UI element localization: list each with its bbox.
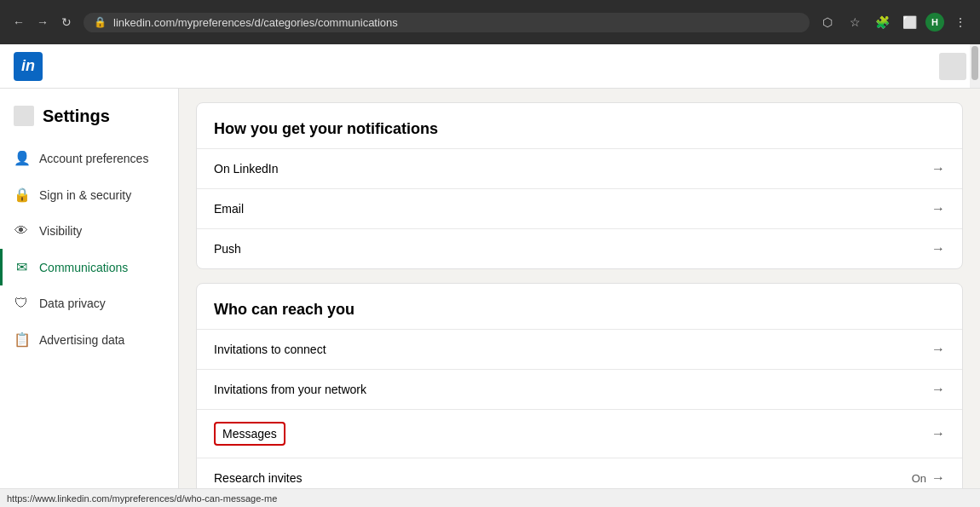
messages-item[interactable]: Messages → xyxy=(197,409,962,458)
invitations-network-right: → xyxy=(931,382,945,397)
messages-arrow: → xyxy=(931,426,945,441)
cast-button[interactable]: ⬡ xyxy=(816,11,839,33)
messages-left: Messages xyxy=(214,422,285,446)
clipboard-icon: 📋 xyxy=(14,331,29,348)
on-linkedin-label: On LinkedIn xyxy=(214,162,279,176)
sidebar-item-data-privacy[interactable]: 🛡 Data privacy xyxy=(0,285,178,321)
lock-icon: 🔒 xyxy=(94,16,107,28)
push-right: → xyxy=(931,241,945,256)
envelope-icon: ✉ xyxy=(14,259,29,275)
status-bar: https://www.linkedin.com/mypreferences/d… xyxy=(0,488,980,507)
on-linkedin-arrow: → xyxy=(931,161,945,176)
sidebar-label-visibility: Visibility xyxy=(39,224,82,238)
settings-icon xyxy=(14,106,34,126)
sidebar-label-communications: Communications xyxy=(39,261,128,274)
notifications-section-card: How you get your notifications On Linked… xyxy=(196,102,963,269)
shield-icon: 🛡 xyxy=(14,296,29,311)
invitations-network-label: Invitations from your network xyxy=(214,383,366,396)
sidebar-item-communications[interactable]: ✉ Communications xyxy=(0,249,178,285)
account-icon: 👤 xyxy=(14,150,29,166)
bookmark-button[interactable]: ☆ xyxy=(844,11,866,33)
forward-button[interactable]: → xyxy=(32,12,53,32)
research-invites-arrow: → xyxy=(931,470,945,486)
eye-icon: 👁 xyxy=(14,223,29,239)
sidebar-browser-button[interactable]: ⬜ xyxy=(898,11,920,33)
research-invites-item[interactable]: Research invites On → xyxy=(197,458,962,488)
invitations-connect-item[interactable]: Invitations to connect → xyxy=(197,329,962,369)
scrollbar-thumb[interactable] xyxy=(971,46,978,80)
linkedin-topbar: in xyxy=(0,44,980,89)
sidebar-nav: 👤 Account preferences 🔒 Sign in & securi… xyxy=(0,140,178,358)
url-text: linkedin.com/mypreferences/d/categories/… xyxy=(113,16,799,29)
browser-profile[interactable]: H xyxy=(925,13,944,32)
email-right: → xyxy=(931,201,945,216)
sidebar-label-sign-in: Sign in & security xyxy=(39,188,131,202)
linkedin-logo[interactable]: in xyxy=(14,52,43,81)
research-invites-label: Research invites xyxy=(214,471,303,485)
invitations-network-arrow: → xyxy=(931,382,945,397)
research-invites-right: On → xyxy=(912,470,945,486)
sidebar-label-advertising: Advertising data xyxy=(39,333,124,347)
invitations-network-item[interactable]: Invitations from your network → xyxy=(197,369,962,409)
email-label: Email xyxy=(214,202,244,216)
sidebar-item-advertising[interactable]: 📋 Advertising data xyxy=(0,321,178,358)
sidebar-item-sign-in-security[interactable]: 🔒 Sign in & security xyxy=(0,176,178,213)
sidebar-item-account-preferences[interactable]: 👤 Account preferences xyxy=(0,140,178,176)
push-item[interactable]: Push → xyxy=(197,228,962,268)
invitations-connect-label: Invitations to connect xyxy=(214,343,326,356)
reload-button[interactable]: ↻ xyxy=(56,12,77,32)
messages-right: → xyxy=(931,426,945,441)
status-url: https://www.linkedin.com/mypreferences/d… xyxy=(7,493,277,504)
menu-button[interactable]: ⋮ xyxy=(949,11,971,33)
sidebar: Settings 👤 Account preferences 🔒 Sign in… xyxy=(0,89,179,488)
who-can-reach-title: Who can reach you xyxy=(197,284,962,329)
sidebar-label-account: Account preferences xyxy=(39,152,148,165)
email-item[interactable]: Email → xyxy=(197,188,962,228)
browser-action-buttons: ⬡ ☆ 🧩 ⬜ H ⋮ xyxy=(816,11,971,33)
browser-nav-buttons: ← → ↻ xyxy=(9,12,77,32)
on-linkedin-item[interactable]: On LinkedIn → xyxy=(197,148,962,188)
invitations-connect-right: → xyxy=(931,342,945,357)
messages-label: Messages xyxy=(222,427,277,441)
settings-title-row: Settings xyxy=(0,97,178,140)
settings-title: Settings xyxy=(43,107,110,126)
push-arrow: → xyxy=(931,241,945,256)
email-arrow: → xyxy=(931,201,945,216)
topbar-avatar[interactable] xyxy=(939,53,966,80)
scrollbar[interactable] xyxy=(970,44,980,88)
lock-sidebar-icon: 🔒 xyxy=(14,187,29,203)
address-bar[interactable]: 🔒 linkedin.com/mypreferences/d/categorie… xyxy=(84,13,810,32)
on-linkedin-right: → xyxy=(931,161,945,176)
push-label: Push xyxy=(214,242,241,256)
extensions-button[interactable]: 🧩 xyxy=(871,11,893,33)
who-can-reach-section-card: Who can reach you Invitations to connect… xyxy=(196,283,963,488)
content-area: How you get your notifications On Linked… xyxy=(179,89,980,488)
notifications-section-title: How you get your notifications xyxy=(197,103,962,148)
invitations-connect-arrow: → xyxy=(931,342,945,357)
sidebar-item-visibility[interactable]: 👁 Visibility xyxy=(0,213,178,249)
research-invites-status: On xyxy=(912,472,926,485)
sidebar-label-data-privacy: Data privacy xyxy=(39,297,106,310)
browser-chrome: ← → ↻ 🔒 linkedin.com/mypreferences/d/cat… xyxy=(0,0,980,44)
back-button[interactable]: ← xyxy=(9,12,29,32)
main-layout: Settings 👤 Account preferences 🔒 Sign in… xyxy=(0,89,980,488)
